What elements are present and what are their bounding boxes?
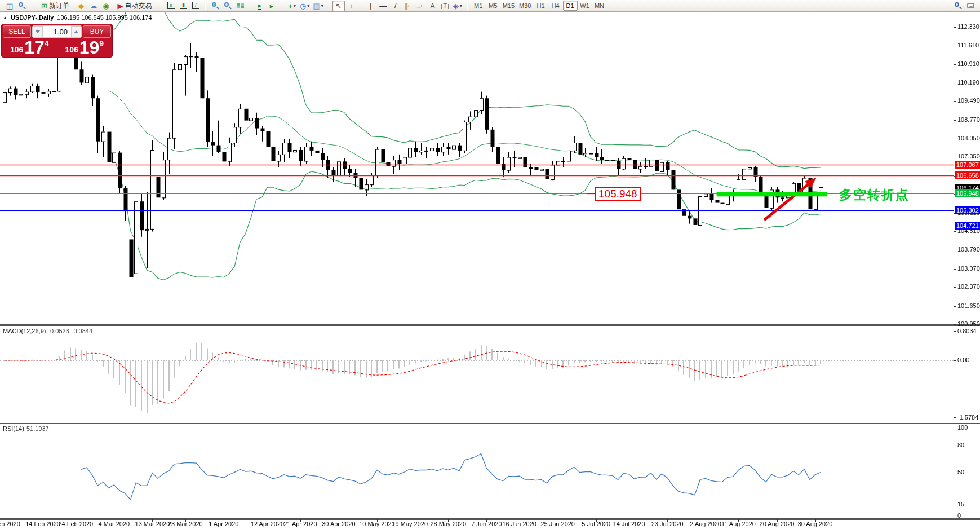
tester-button[interactable] — [16, 1, 28, 11]
arrows-button[interactable]: ◈▾ — [451, 1, 464, 11]
macd-scale-label: -1.5784 — [957, 414, 978, 421]
mt4-window: { "toolbar": { "new_order_label": "新订单",… — [0, 0, 980, 529]
channel-button[interactable]: ∥E — [402, 1, 414, 11]
market-watch-button[interactable]: ◆ — [75, 1, 87, 11]
price-axis-label: 110.910 — [957, 60, 979, 67]
symbol-period-label: USDJPY-,Daily — [11, 14, 54, 21]
price-axis-label: 103.070 — [957, 265, 980, 272]
line-chart-button[interactable]: / — [189, 1, 202, 11]
autotrading-label: 自动交易 — [125, 1, 152, 11]
buy-price[interactable]: 106 19 9 — [58, 39, 112, 56]
buy-price-big: 19 — [79, 39, 100, 56]
timeframe-M1[interactable]: M1 — [471, 1, 486, 11]
buy-button[interactable]: BUY — [83, 25, 111, 38]
rsi-scale-label: 100 — [957, 424, 968, 431]
tester-icon — [19, 2, 25, 9]
price-axis-label: 107.350 — [957, 153, 980, 160]
rsi-label: RSI(14)51.1937 — [3, 425, 49, 432]
volume-control: 1.00 — [32, 25, 82, 38]
trendline-button[interactable]: / — [389, 1, 402, 11]
date-axis-label: 1 Apr 2020 — [201, 521, 246, 527]
sell-button[interactable]: SELL — [3, 25, 31, 38]
templates-button[interactable]: ▦▾ — [311, 1, 325, 11]
trendline-icon: / — [394, 2, 397, 10]
navigator-button[interactable]: ☁ — [87, 1, 100, 11]
chart-canvas[interactable] — [0, 0, 980, 529]
bar-chart-button[interactable]: ıı — [165, 1, 177, 11]
rsi-scale-label: 80 — [957, 442, 964, 448]
timeframe-MN[interactable]: MN — [592, 1, 607, 11]
candle-chart-icon: ▮ — [180, 2, 187, 9]
tile-windows-button[interactable] — [234, 1, 246, 11]
sell-price[interactable]: 106 17 4 — [3, 39, 56, 56]
timeframe-H1[interactable]: H1 — [534, 1, 548, 11]
cursor-icon: ↖ — [335, 2, 342, 10]
text-label-icon: T — [441, 2, 449, 10]
fibonacci-button[interactable]: ≡F — [414, 1, 427, 11]
search-button[interactable] — [952, 1, 964, 11]
timeframe-M15[interactable]: M15 — [500, 1, 517, 11]
one-click-trading-panel: SELL 1.00 BUY 106 17 4 106 19 9 — [1, 24, 113, 58]
new-order-button[interactable]: ⊞ 新订单 — [36, 1, 75, 11]
indicators-button[interactable]: +▾ — [286, 1, 298, 11]
price-axis-label: 103.790 — [957, 246, 980, 253]
volume-input[interactable]: 1.00 — [43, 26, 71, 37]
macd-value-2: -0.0844 — [72, 328, 92, 334]
macd-name: MACD(12,26,9) — [3, 328, 46, 334]
price-tag: 107.067 — [955, 161, 980, 169]
candle-chart-button[interactable]: ▮ — [177, 1, 189, 11]
turning-point-annotation[interactable]: 多空转折点 — [839, 186, 910, 204]
rsi-scale-label: 50 — [957, 469, 964, 475]
sell-price-prefix: 106 — [10, 45, 23, 54]
main-toolbar: ◫ ⊞ 新订单 ◆ ☁ ◉ ▶ 自动交易 ıı ▮ / + − ▸ ▸ +▾ ◷… — [0, 0, 980, 12]
crosshair-button[interactable]: + — [345, 1, 357, 11]
zoom-in-icon: + — [212, 2, 219, 9]
price-axis-label: 100.950 — [957, 320, 980, 327]
tile-windows-icon — [237, 3, 244, 8]
price-tag: 106.658 — [955, 171, 980, 179]
price-annotation-box[interactable]: 105.948 — [595, 187, 641, 201]
terminal-button[interactable]: ◫ — [3, 1, 16, 11]
auto-scroll-button[interactable]: ▸ — [254, 1, 266, 11]
chart-shift-button[interactable]: ▸ — [266, 1, 278, 11]
chat-button[interactable] — [964, 1, 977, 11]
vertical-line-button[interactable]: | — [365, 1, 377, 11]
timeframe-D1[interactable]: D1 — [563, 1, 578, 11]
zoom-out-button[interactable]: − — [221, 1, 234, 11]
navigator-icon: ☁ — [90, 2, 97, 10]
price-axis-label: 109.490 — [957, 97, 980, 104]
volume-down-button[interactable] — [33, 26, 43, 37]
sell-price-sup: 4 — [45, 39, 49, 48]
timeframe-H4[interactable]: H4 — [548, 1, 563, 11]
price-axis-label: 112.330 — [957, 23, 979, 30]
line-chart-icon: / — [192, 2, 199, 9]
timeframe-W1[interactable]: W1 — [578, 1, 592, 11]
volume-up-button[interactable] — [71, 26, 81, 37]
macd-label: MACD(12,26,9)-0.0523-0.0844 — [3, 328, 92, 334]
horizontal-line-button[interactable]: — — [377, 1, 389, 11]
timeframe-M5[interactable]: M5 — [486, 1, 500, 11]
rsi-scale-label: 15 — [957, 501, 964, 508]
date-axis-label: 30 Aug 2020 — [793, 521, 838, 527]
bar-chart-icon: ıı — [167, 2, 175, 9]
text-icon: A — [430, 2, 435, 10]
price-tag: 105.948 — [955, 189, 980, 197]
templates-icon: ▦ — [313, 2, 320, 10]
cursor-button[interactable]: ↖ — [332, 1, 345, 11]
indicators-caret-icon: ▾ — [294, 3, 296, 8]
periods-button[interactable]: ◷▾ — [298, 1, 311, 11]
timeframe-toolbar: M1M5M15M30H1H4D1W1MN — [469, 0, 609, 11]
text-label-button[interactable]: T — [439, 1, 451, 11]
fibonacci-icon: ≡ — [416, 2, 421, 10]
price-axis-label: 111.610 — [957, 42, 979, 49]
signals-button[interactable]: ◉ — [100, 1, 112, 11]
zoom-in-button[interactable]: + — [209, 1, 221, 11]
timeframe-M30[interactable]: M30 — [517, 1, 533, 11]
rsi-name: RSI(14) — [3, 425, 24, 432]
price-axis-label: 108.050 — [957, 135, 980, 142]
text-button[interactable]: A — [427, 1, 439, 11]
periods-icon: ◷ — [300, 2, 306, 10]
new-order-icon: ⊞ — [41, 2, 47, 10]
collapse-panel-arrow[interactable]: ▲ — [3, 15, 7, 20]
autotrading-button[interactable]: ▶ 自动交易 — [112, 1, 157, 11]
